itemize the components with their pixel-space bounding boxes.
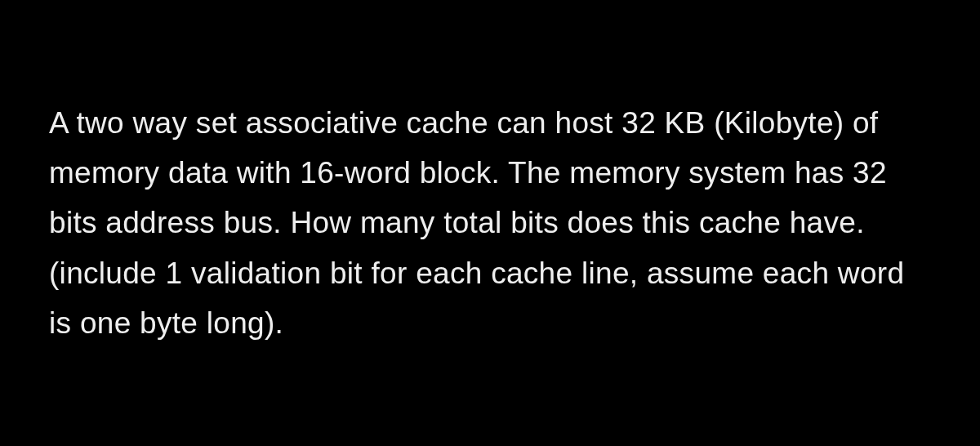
question-text: A two way set associative cache can host… (49, 98, 931, 347)
